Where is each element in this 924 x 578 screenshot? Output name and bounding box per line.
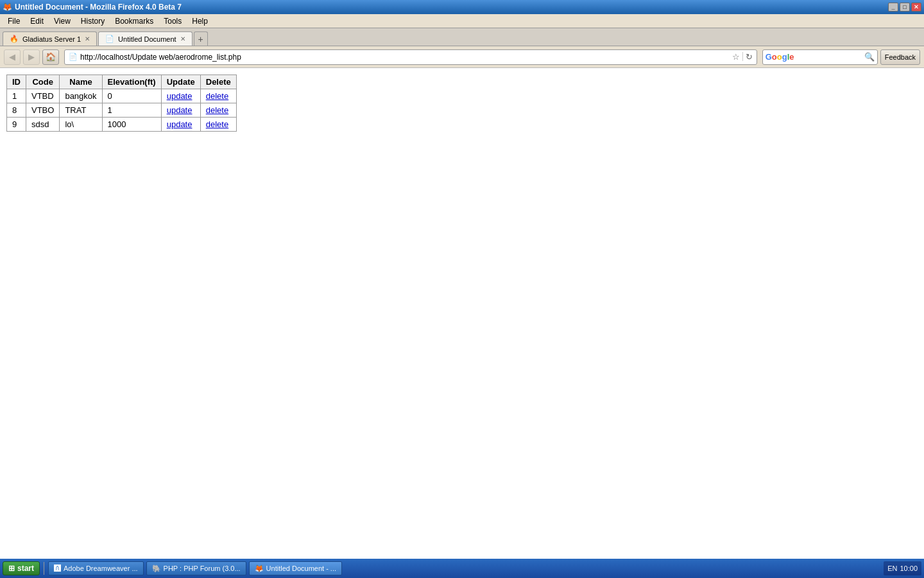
address-bar-actions: ☆ ↻ bbox=[732, 52, 753, 62]
taskbar-php[interactable]: 🐘 PHP : PHP Forum (3.0... bbox=[146, 561, 246, 572]
col-header-delete: Delete bbox=[200, 75, 236, 89]
title-bar-controls: _ □ ✕ bbox=[888, 3, 921, 12]
nav-bar: ◀ ▶ 🏠 📄 ☆ ↻ Google 🔍 Feedback bbox=[0, 46, 924, 68]
table-body: 1VTBDbangkok0updatedelete8VTBOTRAT1updat… bbox=[7, 89, 237, 132]
cell-id-0: 1 bbox=[7, 89, 26, 103]
taskbar-separator bbox=[44, 562, 44, 572]
delete-link-0[interactable]: delete bbox=[206, 91, 228, 101]
tab-gladiatus-close[interactable]: ✕ bbox=[85, 35, 90, 42]
taskbar-firefox-label: Untitled Document - ... bbox=[266, 565, 336, 572]
feedback-button[interactable]: Feedback bbox=[880, 49, 920, 65]
tab-bar: 🔥 Gladiatus Server 1 ✕ 📄 Untitled Docume… bbox=[0, 28, 924, 46]
minimize-button[interactable]: _ bbox=[888, 3, 898, 12]
delete-link-1[interactable]: delete bbox=[206, 105, 228, 115]
menu-tools[interactable]: Tools bbox=[158, 15, 187, 27]
taskbar-firefox[interactable]: 🦊 Untitled Document - ... bbox=[249, 561, 342, 572]
address-input[interactable] bbox=[80, 53, 732, 62]
cell-code-2: sdsd bbox=[26, 118, 60, 132]
tab-untitled-label: Untitled Document bbox=[118, 35, 176, 43]
taskbar-dreamweaver-label: Adobe Dreamweaver ... bbox=[64, 565, 138, 572]
col-header-name: Name bbox=[60, 75, 102, 89]
cell-code-0: VTBD bbox=[26, 89, 60, 103]
menu-view[interactable]: View bbox=[49, 15, 76, 27]
system-tray: EN 10:00 bbox=[884, 561, 921, 572]
close-button[interactable]: ✕ bbox=[911, 3, 921, 12]
bookmark-star-icon[interactable]: ☆ bbox=[732, 52, 740, 62]
cell-code-1: VTBO bbox=[26, 103, 60, 118]
delete-link-2[interactable]: delete bbox=[206, 119, 228, 129]
forward-button[interactable]: ▶ bbox=[23, 49, 40, 65]
taskbar-php-label: PHP : PHP Forum (3.0... bbox=[164, 565, 241, 572]
start-label: start bbox=[17, 564, 34, 572]
menu-history[interactable]: History bbox=[76, 15, 110, 27]
search-go-button[interactable]: 🔍 bbox=[864, 52, 875, 62]
search-input[interactable] bbox=[796, 53, 864, 62]
firefox-taskbar-icon: 🦊 bbox=[255, 565, 264, 572]
table-row: 9sdsdlo\1000updatedelete bbox=[7, 118, 237, 132]
tab-untitled-icon: 📄 bbox=[105, 35, 114, 43]
menu-help[interactable]: Help bbox=[187, 15, 213, 27]
cell-delete-0: delete bbox=[200, 89, 236, 103]
col-header-code: Code bbox=[26, 75, 60, 89]
clock: 10:00 bbox=[900, 565, 918, 572]
menu-bar: File Edit View History Bookmarks Tools H… bbox=[0, 14, 924, 28]
maximize-button[interactable]: □ bbox=[900, 3, 910, 12]
update-link-2[interactable]: update bbox=[167, 119, 193, 129]
address-bar-page-icon: 📄 bbox=[69, 53, 78, 61]
table-row: 1VTBDbangkok0updatedelete bbox=[7, 89, 237, 103]
table-row: 8VTBOTRAT1updatedelete bbox=[7, 103, 237, 118]
windows-icon: ⊞ bbox=[8, 564, 15, 572]
content-area: ID Code Name Elevation(ft) Update Delete… bbox=[0, 68, 924, 559]
table-header-row: ID Code Name Elevation(ft) Update Delete bbox=[7, 75, 237, 89]
cell-name-0: bangkok bbox=[60, 89, 102, 103]
col-header-update: Update bbox=[161, 75, 200, 89]
cell-name-2: lo\ bbox=[60, 118, 102, 132]
cell-elevation-0: 0 bbox=[102, 89, 161, 103]
search-container: Google 🔍 bbox=[762, 49, 878, 65]
cell-name-1: TRAT bbox=[60, 103, 102, 118]
tab-untitled-close[interactable]: ✕ bbox=[180, 35, 185, 42]
update-link-1[interactable]: update bbox=[167, 105, 193, 115]
tab-gladiatus[interactable]: 🔥 Gladiatus Server 1 ✕ bbox=[3, 31, 97, 46]
cell-update-1: update bbox=[161, 103, 200, 118]
lang-indicator: EN bbox=[887, 565, 897, 572]
tab-gladiatus-label: Gladiatus Server 1 bbox=[22, 35, 81, 43]
new-tab-button[interactable]: + bbox=[194, 31, 208, 46]
update-link-0[interactable]: update bbox=[167, 91, 193, 101]
php-icon: 🐘 bbox=[152, 565, 161, 572]
taskbar-right: EN 10:00 bbox=[884, 561, 921, 572]
feedback-label: Feedback bbox=[885, 53, 916, 61]
menu-bookmarks[interactable]: Bookmarks bbox=[110, 15, 158, 27]
address-bar-container: 📄 ☆ ↻ bbox=[64, 49, 757, 65]
cell-update-2: update bbox=[161, 118, 200, 132]
firefox-icon: 🦊 bbox=[3, 3, 12, 12]
menu-edit[interactable]: Edit bbox=[25, 15, 49, 27]
dreamweaver-icon: 🅰 bbox=[54, 565, 61, 572]
taskbar-dreamweaver[interactable]: 🅰 Adobe Dreamweaver ... bbox=[48, 561, 144, 572]
taskbar: ⊞ start 🅰 Adobe Dreamweaver ... 🐘 PHP : … bbox=[0, 559, 924, 572]
back-button[interactable]: ◀ bbox=[4, 49, 21, 65]
title-bar-left: 🦊 Untitled Document - Mozilla Firefox 4.… bbox=[3, 3, 182, 12]
cell-elevation-2: 1000 bbox=[102, 118, 161, 132]
title-bar: 🦊 Untitled Document - Mozilla Firefox 4.… bbox=[0, 0, 924, 14]
menu-file[interactable]: File bbox=[3, 15, 25, 27]
col-header-elevation: Elevation(ft) bbox=[102, 75, 161, 89]
tab-gladiatus-icon: 🔥 bbox=[10, 35, 19, 43]
google-search-icon: Google bbox=[766, 52, 794, 62]
refresh-button[interactable]: ↻ bbox=[746, 52, 753, 62]
cell-update-0: update bbox=[161, 89, 200, 103]
cell-elevation-1: 1 bbox=[102, 103, 161, 118]
col-header-id: ID bbox=[7, 75, 26, 89]
tab-untitled[interactable]: 📄 Untitled Document ✕ bbox=[98, 31, 193, 46]
cell-delete-2: delete bbox=[200, 118, 236, 132]
window-title: Untitled Document - Mozilla Firefox 4.0 … bbox=[15, 3, 182, 12]
home-button[interactable]: 🏠 bbox=[42, 49, 59, 65]
cell-id-2: 9 bbox=[7, 118, 26, 132]
cell-delete-1: delete bbox=[200, 103, 236, 118]
cell-id-1: 8 bbox=[7, 103, 26, 118]
start-button[interactable]: ⊞ start bbox=[3, 561, 40, 572]
aerodrome-table: ID Code Name Elevation(ft) Update Delete… bbox=[6, 74, 237, 132]
